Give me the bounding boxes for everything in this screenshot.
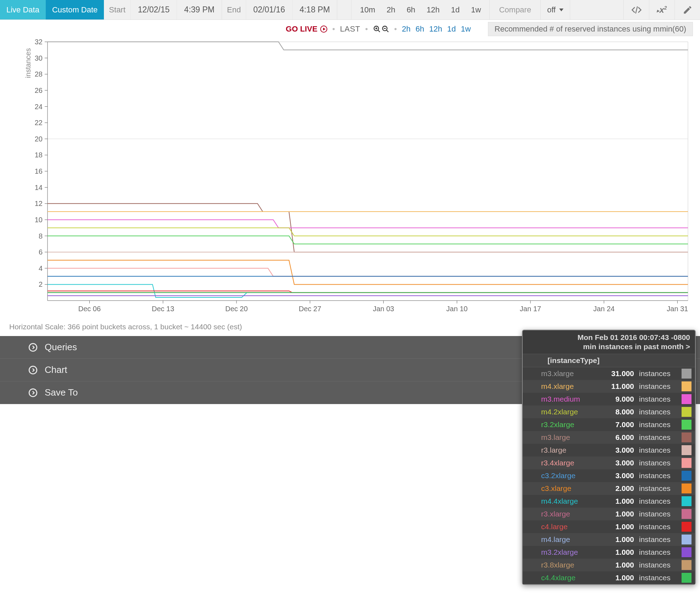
quick-range-6h[interactable]: 6h [416,24,424,34]
end-time-input[interactable]: 4:18 PM [292,0,337,19]
range-button-10m[interactable]: 10m [354,0,381,19]
svg-text:Jan 31: Jan 31 [667,305,688,313]
legend-color-swatch [682,535,691,544]
compare-off-label: off [547,5,556,15]
legend-color-swatch [682,573,691,583]
quick-range-1w[interactable]: 1w [461,24,471,34]
svg-text:12: 12 [35,200,43,207]
quick-range-2h[interactable]: 2h [402,24,410,34]
legend-series-value: 11.000 [601,382,636,391]
series-c3.xlarge [48,260,688,284]
legend-series-unit: instances [636,446,679,454]
start-date-input[interactable]: 12/02/15 [130,0,177,19]
range-button-2h[interactable]: 2h [381,0,401,19]
tab-custom-date[interactable]: Custom Date [46,0,104,19]
line-chart[interactable]: 2468101214161820222426283032instancesDec… [9,38,691,318]
arrow-right-circle-icon [28,365,38,375]
range-button-6h[interactable]: 6h [401,0,421,19]
zoom-in-icon[interactable] [373,25,381,33]
quick-range-1d[interactable]: 1d [447,24,456,34]
svg-text:4: 4 [39,264,43,272]
edit-icon-button[interactable] [674,0,700,19]
legend-row-m3.2xlarge[interactable]: m3.2xlarge1.000instances [523,546,695,559]
svg-text:Jan 24: Jan 24 [593,305,615,313]
accordion-queries-label: Queries [45,342,77,353]
svg-text:Dec 06: Dec 06 [78,305,101,313]
svg-text:8: 8 [39,232,43,240]
legend-series-value: 6.000 [601,433,636,442]
legend-series-unit: instances [636,395,679,403]
quick-range-12h[interactable]: 12h [429,24,442,34]
legend-series-value: 9.000 [601,395,636,403]
tab-live-data[interactable]: Live Data [0,0,46,19]
legend-series-value: 7.000 [601,420,636,429]
legend-series-unit: instances [636,510,679,518]
legend-series-unit: instances [636,420,679,429]
legend-row-m3.medium[interactable]: m3.medium9.000instances [523,393,695,406]
code-icon-button[interactable] [623,0,649,19]
chart-title-banner: Recommended # of reserved instances usin… [488,22,693,36]
legend-row-r3.xlarge[interactable]: r3.xlarge1.000instances [523,508,695,520]
svg-text:26: 26 [35,86,43,94]
legend-row-r3.large[interactable]: r3.large3.000instances [523,444,695,457]
legend-series-unit: instances [636,484,679,493]
range-button-1w[interactable]: 1w [465,0,487,19]
play-icon [320,26,327,33]
legend-series-unit: instances [636,382,679,391]
legend-series-name: m4.4xlarge [541,497,601,505]
legend-row-r3.2xlarge[interactable]: r3.2xlarge7.000instances [523,418,695,431]
legend-color-swatch [682,369,691,379]
legend-row-m4.large[interactable]: m4.large1.000instances [523,533,695,546]
legend-row-c4.large[interactable]: c4.large1.000instances [523,520,695,533]
svg-text:20: 20 [35,135,43,143]
legend-timestamp: Mon Feb 01 2016 00:07:43 -0800 [523,330,695,342]
svg-point-65 [29,366,37,374]
formula-icon-button[interactable]: ▸x2 [649,0,674,19]
svg-text:30: 30 [35,54,43,62]
legend-row-m3.xlarge[interactable]: m3.xlarge31.000instances [523,367,695,380]
legend-series-value: 1.000 [601,548,636,557]
accordion-chart-label: Chart [45,364,67,375]
legend-series-unit: instances [636,433,679,442]
svg-text:Dec 20: Dec 20 [225,305,248,313]
legend-row-m4.2xlarge[interactable]: m4.2xlarge8.000instances [523,406,695,418]
compare-button[interactable]: Compare [490,0,540,19]
legend-color-swatch [682,381,691,391]
separator-dot: • [394,24,397,34]
legend-row-c3.2xlarge[interactable]: c3.2xlarge3.000instances [523,469,695,482]
legend-series-name: m4.large [541,535,601,544]
zoom-out-icon[interactable] [382,25,389,33]
legend-row-r3.4xlarge[interactable]: r3.4xlarge3.000instances [523,457,695,469]
go-live-button[interactable]: GO LIVE [286,24,327,34]
svg-text:Dec 13: Dec 13 [152,305,174,313]
legend-row-r3.8xlarge[interactable]: r3.8xlarge1.000instances [523,559,695,571]
svg-text:28: 28 [35,70,43,78]
legend-row-c3.xlarge[interactable]: c3.xlarge2.000instances [523,482,695,495]
legend-row-m4.4xlarge[interactable]: m4.4xlarge1.000instances [523,495,695,508]
legend-series-name: m3.medium [541,395,601,403]
legend-color-swatch [682,458,691,468]
legend-row-m4.xlarge[interactable]: m4.xlarge11.000instances [523,380,695,393]
legend-series-name: m3.2xlarge [541,548,601,557]
preset-range-group: 10m2h6h12h1d1w [351,0,490,19]
start-time-input[interactable]: 4:39 PM [177,0,222,19]
legend-row-c4.4xlarge[interactable]: c4.4xlarge1.000instances [523,571,695,584]
series-m3.medium [48,220,688,228]
range-button-12h[interactable]: 12h [421,0,445,19]
separator-dot: • [365,24,368,34]
end-date-input[interactable]: 02/01/16 [246,0,292,19]
legend-color-swatch [682,547,691,557]
legend-series-value: 1.000 [601,510,636,518]
arrow-right-circle-icon [28,343,38,352]
svg-text:10: 10 [35,216,43,224]
svg-point-66 [29,389,37,397]
legend-series-name: m4.2xlarge [541,408,601,416]
legend-row-m3.large[interactable]: m3.large6.000instances [523,431,695,444]
start-label: Start [104,5,130,15]
code-icon [631,5,642,15]
range-button-1d[interactable]: 1d [445,0,465,19]
legend-series-name: c4.4xlarge [541,574,601,582]
legend-series-name: r3.large [541,446,601,454]
legend-series-value: 31.000 [601,369,636,378]
compare-off-dropdown[interactable]: off [541,0,570,19]
